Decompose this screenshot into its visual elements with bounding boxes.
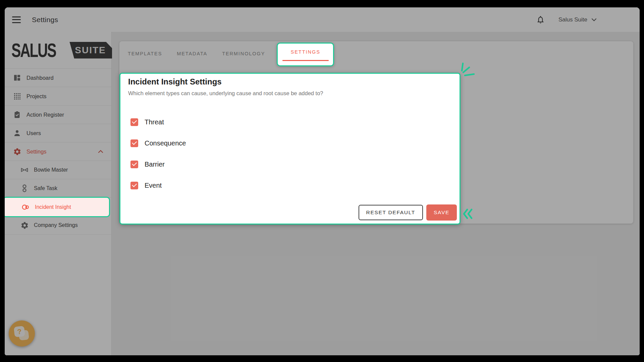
tab-settings[interactable]: SETTINGS <box>277 43 334 66</box>
overlapping-circles-icon <box>21 203 30 212</box>
app-window: Settings Salus Suite SALUS SUITE <box>5 7 640 355</box>
barrier-checkbox[interactable] <box>130 161 138 168</box>
save-button[interactable]: SAVE <box>426 204 457 221</box>
card-title: Incident Insight Settings <box>128 77 222 86</box>
checkbox-row-event: Event <box>130 181 162 190</box>
event-checkbox[interactable] <box>130 182 138 189</box>
checkbox-row-barrier: Barrier <box>130 160 165 169</box>
threat-checkbox[interactable] <box>130 118 138 126</box>
card-description: Which element types can cause, underlyin… <box>128 90 323 97</box>
incident-insight-settings-card: Incident Insight Settings Which element … <box>119 73 461 225</box>
sparkle-emphasis-icon <box>458 60 475 78</box>
reset-default-button[interactable]: RESET DEFAULT <box>359 205 423 220</box>
active-tab-underline <box>282 60 329 61</box>
sidebar-item-incident-insight[interactable]: Incident Insight <box>5 197 110 217</box>
checkbox-row-consequence: Consequence <box>130 139 186 147</box>
checkbox-row-threat: Threat <box>130 118 164 126</box>
double-chevron-left-icon[interactable] <box>463 208 473 219</box>
card-actions: RESET DEFAULT SAVE <box>359 204 457 221</box>
consequence-checkbox[interactable] <box>130 139 138 147</box>
